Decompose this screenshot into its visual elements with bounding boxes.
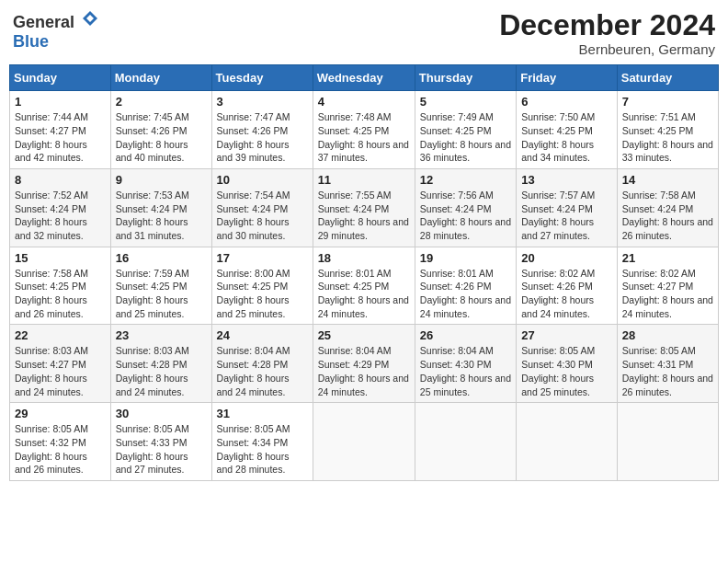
calendar-header-row: SundayMondayTuesdayWednesdayThursdayFrid… — [10, 65, 719, 91]
calendar-day-cell: 31Sunrise: 8:05 AM Sunset: 4:34 PM Dayli… — [211, 403, 313, 481]
day-info: Sunrise: 7:54 AM Sunset: 4:24 PM Dayligh… — [217, 189, 308, 243]
day-info: Sunrise: 7:48 AM Sunset: 4:25 PM Dayligh… — [318, 110, 410, 165]
calendar-day-cell: 20Sunrise: 8:02 AM Sunset: 4:26 PM Dayli… — [517, 247, 618, 325]
calendar-day-cell: 26Sunrise: 8:04 AM Sunset: 4:30 PM Dayli… — [415, 325, 516, 403]
calendar-day-cell: 21Sunrise: 8:02 AM Sunset: 4:27 PM Dayli… — [617, 247, 718, 325]
day-info: Sunrise: 7:49 AM Sunset: 4:25 PM Dayligh… — [420, 110, 511, 165]
day-info: Sunrise: 8:02 AM Sunset: 4:27 PM Dayligh… — [622, 267, 713, 321]
logo-icon — [81, 9, 99, 28]
day-info: Sunrise: 8:01 AM Sunset: 4:26 PM Dayligh… — [420, 267, 511, 321]
calendar-day-cell: 23Sunrise: 8:03 AM Sunset: 4:28 PM Dayli… — [110, 325, 211, 403]
month-title: December 2024 — [499, 9, 715, 41]
day-number: 28 — [622, 328, 713, 342]
day-number: 13 — [521, 173, 612, 187]
day-of-week-header: Sunday — [10, 65, 111, 91]
day-number: 8 — [15, 173, 106, 187]
calendar-day-cell: 27Sunrise: 8:05 AM Sunset: 4:30 PM Dayli… — [517, 325, 618, 403]
calendar-day-cell — [313, 403, 415, 481]
logo-text: General Blue — [13, 9, 99, 52]
day-info: Sunrise: 7:56 AM Sunset: 4:24 PM Dayligh… — [420, 189, 511, 243]
page-header: General Blue December 2024 Bernbeuren, G… — [9, 9, 719, 57]
day-number: 24 — [217, 328, 308, 342]
calendar-table: SundayMondayTuesdayWednesdayThursdayFrid… — [9, 64, 719, 481]
calendar-week-row: 22Sunrise: 8:03 AM Sunset: 4:27 PM Dayli… — [10, 325, 719, 403]
calendar-day-cell: 10Sunrise: 7:54 AM Sunset: 4:24 PM Dayli… — [211, 168, 313, 247]
title-block: December 2024 Bernbeuren, Germany — [499, 9, 715, 57]
day-number: 25 — [318, 328, 410, 342]
day-info: Sunrise: 7:53 AM Sunset: 4:24 PM Dayligh… — [116, 189, 207, 243]
day-info: Sunrise: 7:55 AM Sunset: 4:24 PM Dayligh… — [318, 189, 410, 243]
day-info: Sunrise: 7:45 AM Sunset: 4:26 PM Dayligh… — [116, 110, 207, 165]
calendar-week-row: 8Sunrise: 7:52 AM Sunset: 4:24 PM Daylig… — [10, 168, 719, 247]
calendar-day-cell: 19Sunrise: 8:01 AM Sunset: 4:26 PM Dayli… — [415, 247, 516, 325]
calendar-day-cell: 22Sunrise: 8:03 AM Sunset: 4:27 PM Dayli… — [10, 325, 111, 403]
day-info: Sunrise: 7:57 AM Sunset: 4:24 PM Dayligh… — [521, 189, 612, 243]
day-of-week-header: Wednesday — [313, 65, 415, 91]
day-number: 9 — [116, 173, 207, 187]
day-info: Sunrise: 7:59 AM Sunset: 4:25 PM Dayligh… — [116, 267, 207, 321]
calendar-day-cell — [617, 403, 718, 481]
day-number: 7 — [622, 95, 713, 109]
calendar-day-cell: 9Sunrise: 7:53 AM Sunset: 4:24 PM Daylig… — [110, 168, 211, 247]
calendar-day-cell: 24Sunrise: 8:04 AM Sunset: 4:28 PM Dayli… — [211, 325, 313, 403]
day-info: Sunrise: 8:05 AM Sunset: 4:32 PM Dayligh… — [15, 422, 106, 477]
day-info: Sunrise: 8:04 AM Sunset: 4:30 PM Dayligh… — [420, 344, 511, 398]
day-info: Sunrise: 7:50 AM Sunset: 4:25 PM Dayligh… — [521, 110, 612, 165]
day-number: 22 — [15, 328, 106, 342]
day-info: Sunrise: 7:58 AM Sunset: 4:24 PM Dayligh… — [622, 189, 713, 243]
day-number: 2 — [116, 95, 207, 109]
day-number: 14 — [622, 173, 713, 187]
calendar-day-cell: 2Sunrise: 7:45 AM Sunset: 4:26 PM Daylig… — [110, 91, 211, 169]
calendar-day-cell: 6Sunrise: 7:50 AM Sunset: 4:25 PM Daylig… — [517, 91, 618, 169]
day-number: 27 — [521, 328, 612, 342]
day-info: Sunrise: 8:04 AM Sunset: 4:29 PM Dayligh… — [318, 344, 410, 398]
calendar-week-row: 29Sunrise: 8:05 AM Sunset: 4:32 PM Dayli… — [10, 403, 719, 481]
day-number: 26 — [420, 328, 511, 342]
calendar-day-cell: 30Sunrise: 8:05 AM Sunset: 4:33 PM Dayli… — [110, 403, 211, 481]
logo-general: General — [13, 13, 74, 31]
day-info: Sunrise: 8:05 AM Sunset: 4:34 PM Dayligh… — [217, 422, 308, 477]
day-info: Sunrise: 8:05 AM Sunset: 4:31 PM Dayligh… — [622, 344, 713, 398]
day-info: Sunrise: 8:03 AM Sunset: 4:27 PM Dayligh… — [15, 344, 106, 398]
day-number: 4 — [318, 95, 410, 109]
calendar-day-cell: 1Sunrise: 7:44 AM Sunset: 4:27 PM Daylig… — [10, 91, 111, 169]
day-info: Sunrise: 8:05 AM Sunset: 4:30 PM Dayligh… — [521, 344, 612, 398]
day-number: 29 — [15, 407, 106, 420]
day-of-week-header: Tuesday — [211, 65, 313, 91]
location-subtitle: Bernbeuren, Germany — [499, 41, 715, 57]
calendar-day-cell: 5Sunrise: 7:49 AM Sunset: 4:25 PM Daylig… — [415, 91, 516, 169]
day-of-week-header: Monday — [110, 65, 211, 91]
day-info: Sunrise: 8:03 AM Sunset: 4:28 PM Dayligh… — [116, 344, 207, 398]
day-info: Sunrise: 7:44 AM Sunset: 4:27 PM Dayligh… — [15, 110, 106, 165]
calendar-day-cell: 28Sunrise: 8:05 AM Sunset: 4:31 PM Dayli… — [617, 325, 718, 403]
calendar-day-cell: 13Sunrise: 7:57 AM Sunset: 4:24 PM Dayli… — [517, 168, 618, 247]
day-info: Sunrise: 7:51 AM Sunset: 4:25 PM Dayligh… — [622, 110, 713, 165]
calendar-day-cell — [415, 403, 516, 481]
logo: General Blue — [13, 9, 99, 52]
calendar-day-cell: 8Sunrise: 7:52 AM Sunset: 4:24 PM Daylig… — [10, 168, 111, 247]
calendar-day-cell: 15Sunrise: 7:58 AM Sunset: 4:25 PM Dayli… — [10, 247, 111, 325]
day-info: Sunrise: 8:04 AM Sunset: 4:28 PM Dayligh… — [217, 344, 308, 398]
calendar-week-row: 15Sunrise: 7:58 AM Sunset: 4:25 PM Dayli… — [10, 247, 719, 325]
calendar-week-row: 1Sunrise: 7:44 AM Sunset: 4:27 PM Daylig… — [10, 91, 719, 169]
day-number: 6 — [521, 95, 612, 109]
day-number: 12 — [420, 173, 511, 187]
day-number: 17 — [217, 251, 308, 265]
calendar-day-cell — [517, 403, 618, 481]
calendar-day-cell: 25Sunrise: 8:04 AM Sunset: 4:29 PM Dayli… — [313, 325, 415, 403]
day-number: 5 — [420, 95, 511, 109]
day-number: 21 — [622, 251, 713, 265]
day-number: 20 — [521, 251, 612, 265]
day-info: Sunrise: 7:47 AM Sunset: 4:26 PM Dayligh… — [217, 110, 308, 165]
day-number: 1 — [15, 95, 106, 109]
day-number: 19 — [420, 251, 511, 265]
day-info: Sunrise: 8:01 AM Sunset: 4:25 PM Dayligh… — [318, 267, 410, 321]
calendar-day-cell: 7Sunrise: 7:51 AM Sunset: 4:25 PM Daylig… — [617, 91, 718, 169]
day-number: 16 — [116, 251, 207, 265]
calendar-day-cell: 11Sunrise: 7:55 AM Sunset: 4:24 PM Dayli… — [313, 168, 415, 247]
day-number: 11 — [318, 173, 410, 187]
day-number: 23 — [116, 328, 207, 342]
calendar-day-cell: 12Sunrise: 7:56 AM Sunset: 4:24 PM Dayli… — [415, 168, 516, 247]
calendar-day-cell: 16Sunrise: 7:59 AM Sunset: 4:25 PM Dayli… — [110, 247, 211, 325]
day-number: 15 — [15, 251, 106, 265]
